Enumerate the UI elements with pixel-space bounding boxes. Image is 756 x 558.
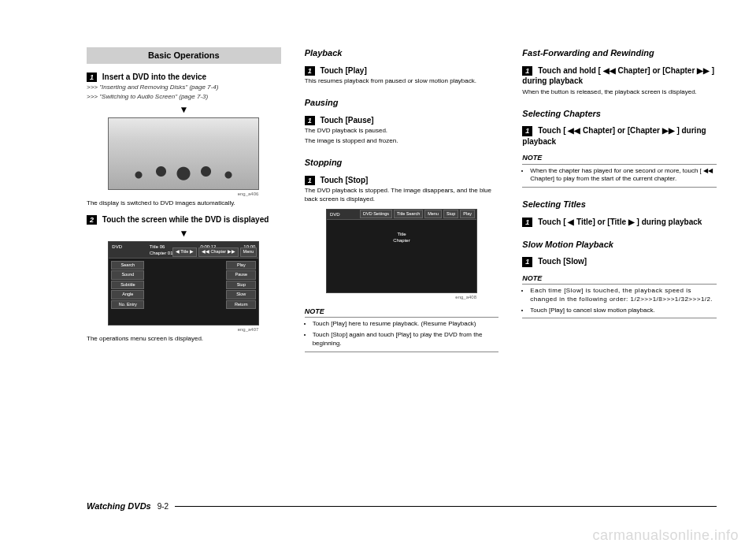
footer-rule	[175, 506, 717, 507]
footer-section-title: Watching DVDs	[87, 501, 151, 511]
heading-slow: Slow Motion Playback	[522, 239, 717, 251]
column-3: Fast-Forwarding and Rewinding 1 Touch an…	[522, 47, 717, 418]
playback-step: 1 Touch [Play]	[305, 65, 499, 76]
screenshot-stop-screen: DVD 10:00 Title Chapter DVD Settings Tit…	[326, 209, 477, 293]
next-track-icon: ▶▶	[697, 66, 710, 75]
figure-label-1: eng_a406	[109, 191, 258, 197]
heading-playback: Playback	[305, 47, 499, 59]
caption-1: The display is switched to DVD images au…	[87, 199, 281, 208]
heading-ff: Fast-Forwarding and Rewinding	[522, 47, 717, 59]
heading-chapters: Selecting Chapters	[522, 108, 717, 120]
pausing-step: 1 Touch [Pause]	[305, 115, 499, 126]
column-2: Playback 1 Touch [Play] This resumes pla…	[305, 47, 499, 418]
figure-label-3: eng_a408	[327, 294, 476, 300]
screenshot-operations-menu: DVD Title 06Chapter 01 0:00:12 10:00 Sea…	[108, 241, 259, 326]
chapters-notes: When the chapter has played for one seco…	[522, 167, 717, 184]
note-divider	[522, 187, 717, 188]
caption-2: The operations menu screen is displayed.	[87, 335, 281, 344]
dvd-label: DVD	[112, 244, 122, 256]
heading-pausing: Pausing	[305, 97, 499, 109]
page-footer: Watching DVDs 9-2	[87, 501, 717, 511]
stopping-step: 1 Touch [Stop]	[305, 175, 499, 186]
note-heading: NOTE	[305, 307, 499, 318]
step-1: 1 Insert a DVD into the device	[87, 72, 281, 83]
step-2-text: Touch the screen while the DVD is displa…	[102, 215, 269, 224]
next-track-icon: ▶▶	[662, 126, 675, 135]
chapters-step: 1 Touch [ ◀◀ Chapter] or [Chapter ▶▶ ] d…	[522, 125, 717, 147]
screenshot-dvd-video	[108, 117, 259, 190]
footer-page-number: 9-2	[158, 502, 169, 511]
note-divider	[305, 352, 499, 352]
heading-titles: Selecting Titles	[522, 199, 717, 210]
section-heading: Basic Operations	[87, 47, 281, 64]
note-divider	[522, 318, 717, 318]
step-number-box: 2	[87, 215, 97, 225]
right-arrow-icon: ▶	[628, 218, 635, 226]
note-heading: NOTE	[522, 153, 717, 164]
prev-track-icon: ◀◀	[568, 126, 580, 135]
note-heading: NOTE	[522, 273, 717, 285]
ff-step: 1 Touch and hold [ ◀◀ Chapter] or [Chapt…	[522, 65, 717, 87]
titles-step: 1 Touch [ ◀ Title] or [Title ▶ ] during …	[522, 217, 717, 228]
step-2: 2 Touch the screen while the DVD is disp…	[87, 214, 281, 225]
prev-track-icon: ◀◀	[603, 66, 616, 75]
down-arrow-icon: ▼	[87, 103, 281, 116]
step-number-box: 1	[87, 73, 97, 82]
slow-step: 1 Touch [Slow]	[522, 256, 717, 267]
watermark-text: carmanualsonline.info	[592, 527, 739, 544]
down-arrow-icon: ▼	[87, 227, 281, 240]
figure-label-2: eng_a407	[109, 326, 258, 333]
slow-notes: Each time [Slow] is touched, the playbac…	[522, 287, 717, 314]
heading-stopping: Stopping	[305, 157, 499, 169]
reference-1: >>> "Inserting and Removing Disks" (page…	[87, 84, 281, 92]
step-1-text: Insert a DVD into the device	[102, 73, 206, 81]
reference-2: >>> "Switching to Audio Screen" (page 7-…	[87, 93, 281, 102]
playback-body: This resumes playback from paused or slo…	[305, 77, 499, 86]
column-1: Basic Operations 1 Insert a DVD into the…	[87, 47, 281, 418]
stopping-notes: Touch [Play] here to resume playback. (R…	[305, 320, 499, 348]
